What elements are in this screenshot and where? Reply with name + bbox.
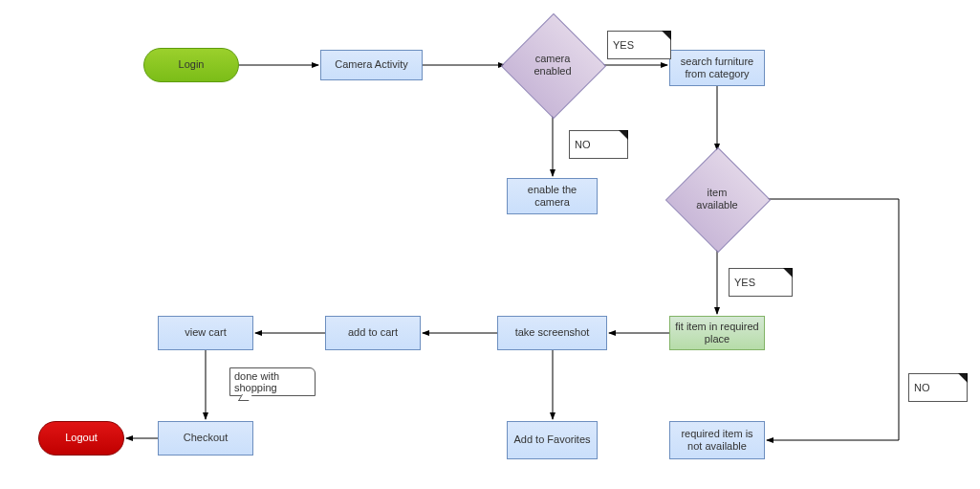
node-label: camera enabled	[516, 29, 589, 101]
node-label: view cart	[185, 326, 226, 339]
process-add-to-cart: add to cart	[325, 316, 421, 350]
process-fit-item: fit item in required place	[669, 316, 765, 350]
process-camera-activity: Camera Activity	[320, 50, 423, 80]
node-label: add to cart	[348, 326, 398, 339]
edge-label-no-2: NO	[908, 373, 956, 394]
terminator-logout: Logout	[38, 421, 124, 456]
process-enable-camera: enable the camera	[507, 178, 598, 214]
process-search-furniture: search furniture from category	[669, 50, 765, 86]
node-label: take screenshot	[515, 326, 590, 339]
edge-label-done-shopping: done with shopping	[229, 367, 316, 396]
terminator-login: Login	[143, 48, 239, 82]
process-take-screenshot: take screenshot	[497, 316, 607, 350]
process-checkout: Checkout	[158, 421, 253, 456]
node-label: Checkout	[184, 432, 228, 444]
node-label: fit item in required place	[674, 321, 760, 345]
node-label: Login	[179, 58, 205, 71]
node-label: search furniture from category	[674, 56, 760, 80]
node-label: Logout	[65, 432, 98, 444]
flowchart-canvas: Login Camera Activity camera enabled sea…	[0, 0, 980, 489]
process-view-cart: view cart	[158, 316, 253, 350]
node-label: Camera Activity	[335, 58, 407, 71]
decision-item-available: item available	[681, 163, 753, 235]
node-label: required item is not available	[674, 428, 760, 453]
process-required-not-available: required item is not available	[669, 421, 765, 459]
edge-label-no: NO	[569, 130, 617, 151]
edge-label-yes-2: YES	[729, 268, 781, 289]
decision-camera-enabled: camera enabled	[516, 29, 589, 101]
node-label: enable the camera	[512, 184, 593, 209]
node-label: Add to Favorites	[513, 433, 590, 446]
edge-label-yes: YES	[607, 31, 660, 52]
node-label: item available	[681, 163, 753, 235]
process-add-to-favorites: Add to Favorites	[507, 421, 598, 459]
